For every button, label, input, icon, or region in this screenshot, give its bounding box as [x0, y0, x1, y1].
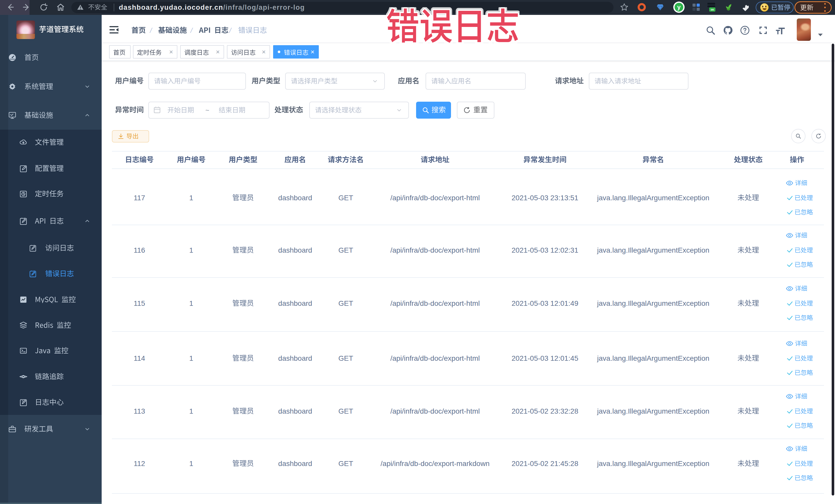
svg-text:on: on — [711, 8, 714, 11]
